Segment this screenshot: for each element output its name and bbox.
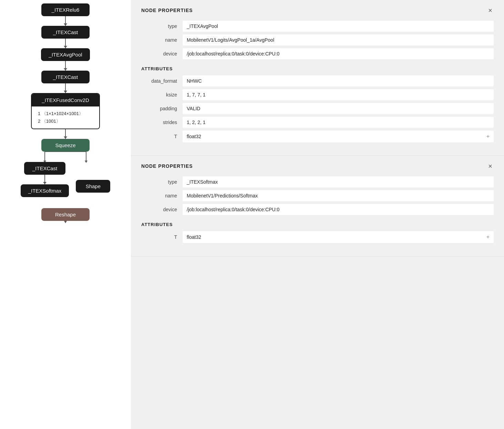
properties-section-1: NODE PROPERTIES × type _ITEXAvgPool name… [131,0,504,156]
value-type-2: _ITEXSoftmax [183,176,494,187]
value-device-1: /job:localhost/replica:0/task:0/device:C… [183,48,494,59]
close-button-2[interactable]: × [487,163,494,170]
property-row-device-1: device /job:localhost/replica:0/task:0/d… [141,48,494,59]
node-softmax[interactable]: _ITEXSoftmax [21,184,69,197]
attr-row-data-format: data_format NHWC [141,75,494,86]
properties-panel: NODE PROPERTIES × type _ITEXAvgPool name… [131,0,504,429]
graph-panel: _ITEXRelu6 _ITEXCast _ITEXAvgPool _ITEXC… [0,0,131,429]
arrow-6 [44,175,45,184]
label-device-2: device [141,207,183,212]
node-relu6[interactable]: _ITEXRelu6 [41,3,90,16]
property-row-type-2: type _ITEXSoftmax [141,176,494,187]
arrow-4 [65,83,66,93]
arrow-3 [65,61,66,71]
attr-label-ksize: ksize [141,92,183,98]
node-reshape[interactable]: Reshape [41,208,90,221]
attr-value-data-format: NHWC [183,75,494,86]
node-cast3[interactable]: _ITEXCast [24,162,65,175]
node-shape[interactable]: Shape [76,180,110,193]
property-row-name-2: name MobilenetV1/Predictions/Softmax [141,190,494,201]
attr-row-T-1: T float32 + [141,131,494,142]
attr-row-padding: padding VALID [141,103,494,114]
attr-label-data-format: data_format [141,78,183,84]
attr-value-T-2: float32 + [183,231,494,243]
plus-icon-T-2[interactable]: + [486,234,490,240]
arrow-1 [65,16,66,26]
node-squeeze[interactable]: Squeeze [41,139,90,152]
attr-value-strides: 1, 2, 2, 1 [183,117,494,128]
property-row-name-1: name MobilenetV1/Logits/AvgPool_1a/AvgPo… [141,34,494,45]
attr-row-ksize: ksize 1, 7, 7, 1 [141,89,494,100]
arrow-5 [65,129,66,139]
section-header-1: NODE PROPERTIES × [141,7,494,14]
attr-label-strides: strides [141,120,183,125]
attr-label-T-2: T [141,234,183,240]
fused-conv-body: 1 〈1×1×1024×1001〉 2 〈1001〉 [32,106,99,129]
attr-value-ksize: 1, 7, 7, 1 [183,89,494,100]
label-type-2: type [141,179,183,185]
svg-marker-11 [64,221,67,223]
section-title-1: NODE PROPERTIES [141,8,193,13]
section-title-2: NODE PROPERTIES [141,163,193,169]
value-type-1: _ITEXAvgPool [183,21,494,32]
close-button-1[interactable]: × [487,7,494,14]
value-name-2: MobilenetV1/Predictions/Softmax [183,190,494,201]
attr-row-T-2: T float32 + [141,231,494,243]
value-device-2: /job:localhost/replica:0/task:0/device:C… [183,204,494,215]
property-row-type-1: type _ITEXAvgPool [141,21,494,32]
value-name-1: MobilenetV1/Logits/AvgPool_1a/AvgPool [183,34,494,45]
node-avgpool[interactable]: _ITEXAvgPool [41,48,90,61]
label-type-1: type [141,23,183,29]
label-name-2: name [141,193,183,198]
attributes-title-2: ATTRIBUTES [141,222,494,227]
attr-label-T-1: T [141,134,183,139]
property-row-device-2: device /job:localhost/replica:0/task:0/d… [141,204,494,215]
graph-container: _ITEXRelu6 _ITEXCast _ITEXAvgPool _ITEXC… [10,0,121,221]
attributes-title-1: ATTRIBUTES [141,66,494,71]
properties-section-2: NODE PROPERTIES × type _ITEXSoftmax name… [131,156,504,256]
node-fusedconv2d[interactable]: _ITEXFusedConv2D 1 〈1×1×1024×1001〉 2 〈10… [31,93,100,129]
plus-icon-T-1[interactable]: + [486,133,490,140]
section-header-2: NODE PROPERTIES × [141,163,494,170]
label-device-1: device [141,51,183,57]
fused-conv-header: _ITEXFusedConv2D [32,94,99,106]
attr-label-padding: padding [141,106,183,111]
arrow-2 [65,39,66,48]
attr-value-T-1: float32 + [183,131,494,142]
attr-value-padding: VALID [183,103,494,114]
node-cast1[interactable]: _ITEXCast [41,26,90,39]
label-name-1: name [141,37,183,43]
node-cast2[interactable]: _ITEXCast [41,71,90,83]
attr-row-strides: strides 1, 2, 2, 1 [141,117,494,128]
